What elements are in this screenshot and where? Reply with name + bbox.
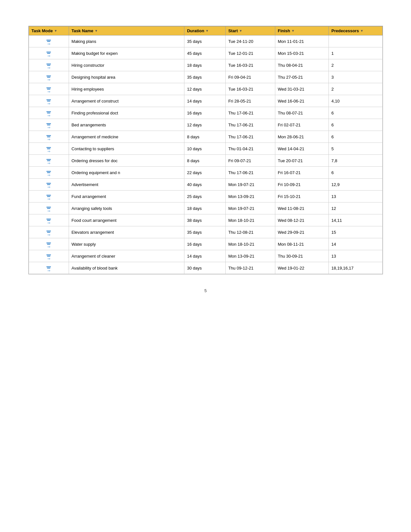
duration-cell: 35 days: [184, 35, 226, 47]
table-row: ⇒ Fund arrangement25 daysMon 13-09-21Fri…: [29, 191, 382, 202]
col-header-duration[interactable]: Duration ▼: [184, 26, 226, 35]
finish-cell: Fri 02-07-21: [275, 119, 328, 131]
start-cell: Thu 12-08-21: [226, 226, 275, 238]
duration-sort-icon[interactable]: ▼: [206, 29, 209, 33]
duration-cell: 35 days: [184, 71, 226, 83]
table-row: ⇒ Arrangement of construct14 daysFri 28-…: [29, 95, 382, 107]
task-name-cell: Arrangement of construct: [69, 95, 184, 107]
page-number: 5: [28, 288, 383, 293]
finish-sort-icon[interactable]: ▼: [291, 29, 295, 33]
start-cell: Fri 09-07-21: [226, 155, 275, 167]
col-header-start[interactable]: Start ▼: [226, 26, 275, 35]
duration-cell: 35 days: [184, 226, 226, 238]
duration-cell: 14 days: [184, 95, 226, 107]
task-mode-cell: ⇒: [29, 238, 69, 250]
task-mode-icon: ⇒: [46, 87, 51, 94]
task-mode-sort-icon[interactable]: ▼: [54, 29, 57, 33]
table-row: ⇒ Contacting to suppliers10 daysThu 01-0…: [29, 143, 382, 155]
duration-cell: 10 days: [184, 143, 226, 155]
table-row: ⇒ Finding professional doct16 daysThu 17…: [29, 107, 382, 119]
task-mode-icon: ⇒: [46, 123, 51, 129]
task-name-cell: Finding professional doct: [69, 107, 184, 119]
task-name-cell: Contacting to suppliers: [69, 143, 184, 155]
task-mode-cell: ⇒: [29, 131, 69, 143]
task-mode-cell: ⇒: [29, 179, 69, 191]
start-cell: Mon 18-10-21: [226, 238, 275, 250]
start-cell: Thu 17-06-21: [226, 107, 275, 119]
task-name-cell: Arranging safety tools: [69, 202, 184, 214]
task-name-cell: Designing hospital area: [69, 71, 184, 83]
task-name-cell: Availability of blood bank: [69, 262, 184, 274]
predecessors-cell: 14,11: [329, 214, 382, 226]
predecessors-cell: 13: [329, 250, 382, 262]
predecessors-cell: [329, 35, 382, 47]
predecessors-cell: 15: [329, 226, 382, 238]
col-header-task-name[interactable]: Task Name ▼: [69, 26, 184, 35]
task-mode-cell: ⇒: [29, 83, 69, 95]
start-cell: Tue 16-03-21: [226, 59, 275, 71]
predecessors-cell: 2: [329, 59, 382, 71]
table-row: ⇒ Bed arrangements12 daysThu 17-06-21Fri…: [29, 119, 382, 131]
table-row: ⇒ Arrangement of medicine8 daysThu 17-06…: [29, 131, 382, 143]
predecessors-cell: 13: [329, 191, 382, 202]
finish-cell: Wed 08-12-21: [275, 214, 328, 226]
finish-cell: Fri 10-09-21: [275, 179, 328, 191]
col-header-finish[interactable]: Finish ▼: [275, 26, 328, 35]
duration-cell: 25 days: [184, 191, 226, 202]
duration-cell: 30 days: [184, 262, 226, 274]
task-mode-icon: ⇒: [46, 183, 51, 189]
finish-cell: Wed 14-04-21: [275, 143, 328, 155]
task-mode-icon: ⇒: [46, 159, 51, 165]
finish-cell: Thu 08-04-21: [275, 59, 328, 71]
task-mode-cell: ⇒: [29, 250, 69, 262]
task-mode-cell: ⇒: [29, 214, 69, 226]
task-name-cell: Bed arrangements: [69, 119, 184, 131]
predecessors-cell: 2: [329, 83, 382, 95]
task-mode-cell: ⇒: [29, 47, 69, 59]
start-cell: Tue 16-03-21: [226, 83, 275, 95]
predecessors-sort-icon[interactable]: ▼: [360, 29, 363, 33]
finish-cell: Wed 11-08-21: [275, 202, 328, 214]
task-mode-cell: ⇒: [29, 202, 69, 214]
predecessors-cell: 5: [329, 143, 382, 155]
col-header-task-mode[interactable]: Task Mode ▼: [29, 26, 69, 35]
task-name-cell: Arrangement of cleaner: [69, 250, 184, 262]
task-mode-icon: ⇒: [46, 231, 51, 237]
finish-cell: Mon 11-01-21: [275, 35, 328, 47]
task-mode-cell: ⇒: [29, 95, 69, 107]
table-row: ⇒ Ordering equipment and n22 daysThu 17-…: [29, 167, 382, 179]
task-mode-cell: ⇒: [29, 107, 69, 119]
col-header-predecessors[interactable]: Predecessors ▼: [329, 26, 382, 35]
finish-cell: Fri 15-10-21: [275, 191, 328, 202]
task-mode-icon: ⇒: [46, 219, 51, 225]
task-mode-icon: ⇒: [46, 147, 51, 153]
finish-cell: Thu 30-09-21: [275, 250, 328, 262]
duration-cell: 8 days: [184, 155, 226, 167]
task-mode-cell: ⇒: [29, 191, 69, 202]
task-name-cell: Fund arrangement: [69, 191, 184, 202]
start-sort-icon[interactable]: ▼: [239, 29, 242, 33]
start-cell: Tue 12-01-21: [226, 47, 275, 59]
start-cell: Mon 19-07-21: [226, 202, 275, 214]
task-mode-cell: ⇒: [29, 119, 69, 131]
task-name-cell: Hiring employees: [69, 83, 184, 95]
table-row: ⇒ Arrangement of cleaner14 daysMon 13-09…: [29, 250, 382, 262]
duration-cell: 16 days: [184, 238, 226, 250]
task-name-sort-icon[interactable]: ▼: [94, 29, 98, 33]
start-cell: Mon 13-09-21: [226, 191, 275, 202]
task-mode-icon: ⇒: [46, 254, 51, 261]
finish-cell: Wed 31-03-21: [275, 83, 328, 95]
task-mode-cell: ⇒: [29, 59, 69, 71]
task-name-cell: Advertisement: [69, 179, 184, 191]
predecessors-cell: 6: [329, 167, 382, 179]
task-mode-icon: ⇒: [46, 171, 51, 177]
task-mode-cell: ⇒: [29, 71, 69, 83]
task-name-cell: Ordering dresses for doc: [69, 155, 184, 167]
task-mode-icon: ⇒: [46, 195, 51, 201]
task-name-cell: Ordering equipment and n: [69, 167, 184, 179]
start-cell: Fri 28-05-21: [226, 95, 275, 107]
finish-cell: Wed 16-06-21: [275, 95, 328, 107]
finish-cell: Fri 16-07-21: [275, 167, 328, 179]
predecessors-cell: 12: [329, 202, 382, 214]
duration-cell: 16 days: [184, 107, 226, 119]
